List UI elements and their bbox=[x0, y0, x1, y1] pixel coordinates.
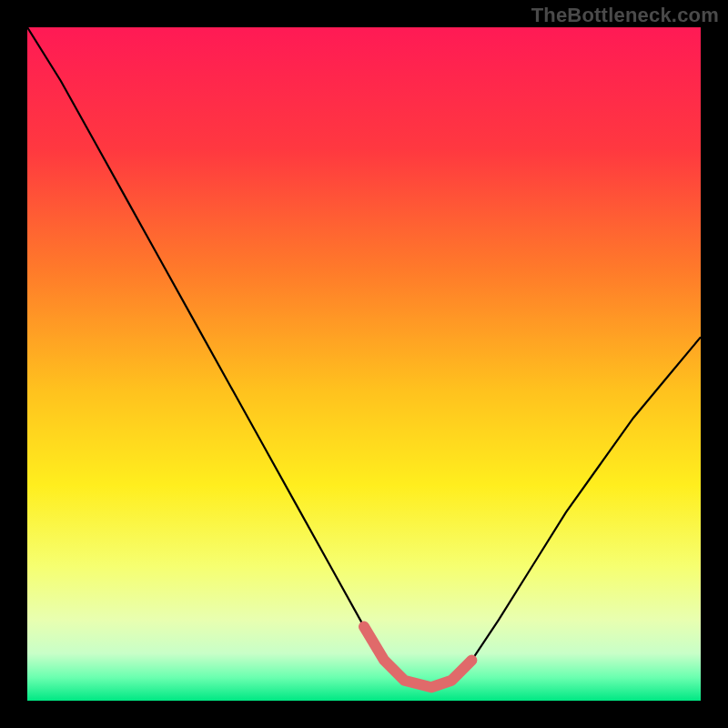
chart-frame: TheBottleneck.com bbox=[0, 0, 728, 728]
plot-area bbox=[27, 27, 701, 701]
gradient-background bbox=[27, 27, 701, 701]
bottleneck-chart bbox=[27, 27, 701, 701]
attribution-text: TheBottleneck.com bbox=[531, 4, 719, 27]
